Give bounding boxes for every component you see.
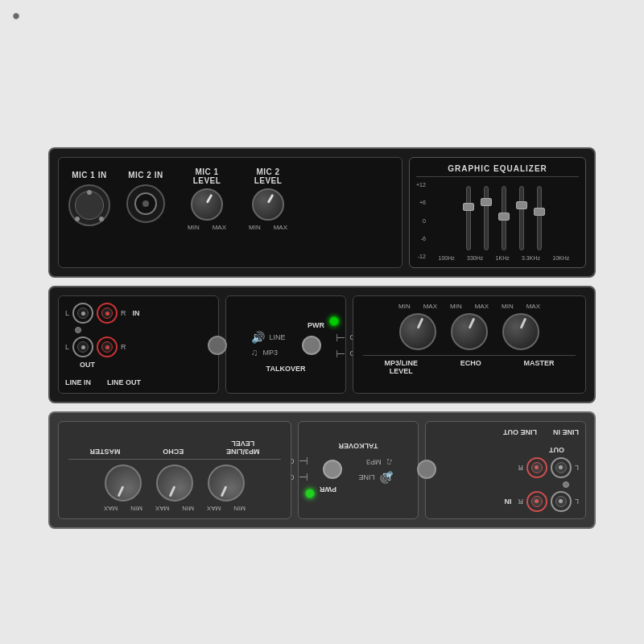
line-section: L R IN L <box>58 295 219 394</box>
ref-label-line-out: LINE OUT <box>503 428 537 436</box>
ref-pwr-label: PWR <box>320 485 336 493</box>
ref-off-icon: ⊢ <box>299 471 308 484</box>
ref-echo-minmax: MIN MAX <box>155 505 194 512</box>
eq-section: GRAPHIC EQUALIZER +12 +6 0 -6 -12 <box>409 157 586 268</box>
toggle-button-line[interactable] <box>208 336 227 355</box>
fader-330hz[interactable] <box>484 186 489 250</box>
mp3-level-knob[interactable] <box>399 313 436 350</box>
ref-on-icon: ⊢ <box>299 455 308 468</box>
freq-100hz: 100Hz <box>439 255 455 261</box>
ref-line-in-group: L R IN L <box>432 446 579 512</box>
mic2-group: MIC 2 IN <box>126 171 165 261</box>
line-out-l: L <box>65 343 69 351</box>
controls-labels: MP3/LINELEVEL ECHO MASTER <box>363 355 576 375</box>
mic1-level-knob[interactable] <box>191 188 223 221</box>
freq-10khz: 10KHz <box>552 255 569 261</box>
controls-section: MIN MAX MIN MAX MIN <box>353 295 586 394</box>
mic2-min: MIN <box>249 224 261 231</box>
mic1-group: MIC 1 IN <box>68 171 110 261</box>
ref-rca-out-r <box>526 457 547 478</box>
screw-tl <box>13 13 19 19</box>
ref-rca-out-l <box>551 457 572 478</box>
switch-labels: 🔊 LINE ♫ MP3 <box>243 331 286 358</box>
ref-master-knob <box>105 464 142 502</box>
ref-line-in-row: L R IN <box>432 491 579 512</box>
mic-section: MIC 1 IN MIC 2 IN <box>58 157 402 268</box>
line-bottom-labels: LINE IN LINE OUT <box>65 375 212 386</box>
mic2-minmax: MIN MAX <box>249 224 287 231</box>
toggle-button-mp3[interactable] <box>302 336 321 355</box>
mic1-minmax: MIN MAX <box>188 224 226 231</box>
xlr-pin1 <box>87 190 92 195</box>
rca-center-out-l <box>81 345 85 349</box>
knobs-row: MIN MAX MIN MAX MIN <box>363 303 576 350</box>
mic1-label: MIC 1 IN <box>72 171 106 180</box>
ref-ground-row <box>432 481 579 488</box>
mic2-level-knob[interactable] <box>252 188 284 221</box>
fader-100hz[interactable] <box>466 186 471 250</box>
on-icon: ⊢ <box>336 347 345 360</box>
fader-10khz[interactable] <box>537 186 542 250</box>
ref-echo-group: MIN MAX <box>155 464 194 512</box>
ref-label-line-in: LINE IN <box>553 428 579 436</box>
line-out-r: R <box>121 343 126 351</box>
ref-talkover-label: TALKOVER <box>339 442 378 450</box>
main-container: MIC 1 IN MIC 2 IN <box>48 147 596 529</box>
talkover-section: PWR 🔊 LINE ♫ MP3 <box>225 295 346 394</box>
eq-scale-12n: -12 <box>416 254 426 259</box>
fader-handle-33khz[interactable] <box>516 201 527 209</box>
top-panel: MIC 1 IN MIC 2 IN <box>48 147 596 278</box>
mp3-level-label: MP3/LINELEVEL <box>384 359 418 375</box>
mp3-switch-label: MP3 <box>263 349 279 357</box>
ref-echo-knob <box>156 464 193 502</box>
fader-1khz[interactable] <box>502 186 506 250</box>
echo-label: ECHO <box>460 359 481 375</box>
ref-in-label: IN <box>504 497 511 506</box>
rca-center-in-l <box>81 312 85 316</box>
rca-in-r <box>97 303 118 324</box>
ref-line-lbl: LINE <box>358 473 374 481</box>
eq-scale: +12 +6 0 -6 -12 <box>416 180 426 261</box>
line-in-group: L R IN L <box>65 303 212 369</box>
freq-330hz: 330Hz <box>467 255 483 261</box>
ref-line-out-row: L R <box>432 457 579 478</box>
reflected-line-section: L R IN L <box>425 421 586 519</box>
off-icon: ⊢ <box>336 331 345 344</box>
eq-faders <box>429 180 579 255</box>
fader-handle-10khz[interactable] <box>534 208 545 216</box>
ref-line-bottom-labels: LINE IN LINE OUT <box>432 428 579 440</box>
echo-knob[interactable] <box>451 313 488 350</box>
ref-rca-in-r <box>526 491 547 512</box>
ref-mp3-label: MP3/LINELEVEL <box>226 440 260 456</box>
master-knob[interactable] <box>502 313 539 350</box>
line-in-r: R <box>121 309 126 317</box>
ref-rca-in-l <box>551 491 572 512</box>
ref-mp3-minmax: MIN MAX <box>207 505 246 512</box>
rca-out-r <box>97 336 118 357</box>
eq-scale-6p: +6 <box>416 200 426 205</box>
mic2-level-label: MIC 2LEVEL <box>254 167 283 185</box>
master-minmax-top: MIN MAX <box>502 303 540 310</box>
fader-handle-1khz[interactable] <box>498 213 510 221</box>
mic1-level-group: MIC 1LEVEL MIN MAX <box>188 167 226 261</box>
switch-mp3: ♫ MP3 <box>251 347 286 358</box>
ref-master-group: MIN MAX <box>104 464 142 512</box>
echo-group: MIN MAX <box>450 303 489 350</box>
eq-faders-container: 100Hz 330Hz 1KHz 3.3KHz 10KHz <box>429 180 579 261</box>
master-group: MIN MAX <box>502 303 540 350</box>
ref-pwr-row: PWR <box>305 489 336 498</box>
ref-out-label: OUT <box>432 446 579 454</box>
ref-master-minmax: MIN MAX <box>104 505 142 512</box>
trs-inner <box>134 192 157 215</box>
fader-handle-100hz[interactable] <box>463 203 474 211</box>
fader-33khz[interactable] <box>519 186 524 250</box>
ref-controls-section: MIN MAX MIN MAX MIN MAX <box>58 421 291 519</box>
ref-master-label: MASTER <box>89 440 120 456</box>
ref-talkover-section: PWR 🔊 LINE ♫ MP3 <box>298 421 419 519</box>
fader-handle-330hz[interactable] <box>481 198 492 206</box>
master-label: MASTER <box>524 359 555 375</box>
ref-switch-area: 🔊 LINE ♫ MP3 ⊢ OFF <box>279 455 436 484</box>
pwr-row: PWR <box>308 316 339 326</box>
ref-mp3-group: MIN MAX <box>207 464 246 512</box>
eq-scale-0: 0 <box>416 218 426 224</box>
